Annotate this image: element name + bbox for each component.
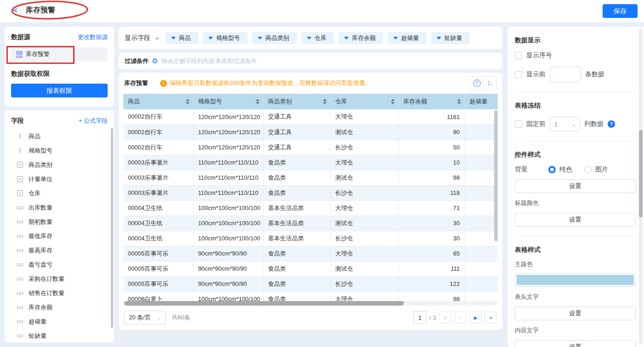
fields-list: I商品I规格型号∨商品类别∨计量单位∨仓库123出库数量123期初数量123最低… xyxy=(11,129,109,342)
cell: 大理仓 xyxy=(330,246,398,261)
sort-button[interactable]: 1↓ xyxy=(483,77,496,90)
freeze-count-select[interactable]: 1 ⌄ xyxy=(550,117,580,131)
field-item-计量单位[interactable]: ∨计量单位 xyxy=(11,172,109,186)
cell: 测试仓 xyxy=(330,216,398,231)
cell: 110cm*110cm*110/110 xyxy=(193,185,263,200)
cell: 111 xyxy=(398,261,465,276)
column-header-超储量[interactable]: 超储量 xyxy=(465,94,498,109)
field-item-规格型号[interactable]: I规格型号 xyxy=(11,143,109,158)
total-count: 共60条 xyxy=(172,313,190,322)
sort-arrows-icon[interactable] xyxy=(323,99,327,104)
image-radio[interactable] xyxy=(584,166,592,173)
cell xyxy=(465,216,498,231)
content-text-set-button[interactable]: 设置 xyxy=(515,340,636,347)
add-field-icon[interactable]: + xyxy=(155,34,159,42)
number-field-icon: 123 xyxy=(15,262,25,267)
background-set-button[interactable]: 设置 xyxy=(515,179,636,193)
field-item-采购在订数量[interactable]: 123采购在订数量 xyxy=(11,272,109,286)
chip-label: 超储量 xyxy=(401,34,419,42)
field-item-短缺量[interactable]: 123短缺量 xyxy=(11,329,109,342)
cell: 00003乐事薯片 xyxy=(123,170,193,185)
column-header-仓库[interactable]: 仓库 xyxy=(330,94,398,109)
header-text-set-button[interactable]: 设置 xyxy=(515,307,636,320)
datasource-heading: 数据源 xyxy=(11,33,30,41)
h-scrollbar[interactable] xyxy=(124,301,404,306)
datasource-name: 库存预警 xyxy=(26,50,50,58)
display-field-chip-超储量[interactable]: 超储量 xyxy=(388,32,426,44)
chevron-down-icon: ⌄ xyxy=(157,315,161,320)
solid-color-radio[interactable] xyxy=(548,166,556,173)
show-first-checkbox[interactable] xyxy=(515,71,522,78)
page-title[interactable]: 库存预警 xyxy=(26,6,55,18)
table-v-scrollbar[interactable] xyxy=(494,110,498,241)
sort-arrows-icon[interactable] xyxy=(391,99,395,104)
info-button[interactable]: ! xyxy=(471,77,483,90)
display-field-chip-仓库[interactable]: 仓库 xyxy=(301,32,334,44)
last-page-button[interactable]: » xyxy=(485,312,497,324)
cell: 长沙仓 xyxy=(330,276,398,291)
cell xyxy=(465,140,498,155)
title-color-label: 标题颜色 xyxy=(515,199,636,207)
display-field-chip-库存余额[interactable]: 库存余额 xyxy=(339,32,383,44)
column-header-商品类别[interactable]: 商品类别 xyxy=(263,94,330,109)
filter-bar[interactable]: 过滤条件 ⚙ 拖动左侧字段到此处来添加过滤条件 xyxy=(119,53,502,69)
field-item-最低库存[interactable]: 123最低库存 xyxy=(11,229,109,243)
display-field-chip-规格型号[interactable]: 规格型号 xyxy=(203,32,247,44)
number-field-icon: 123 xyxy=(15,248,25,253)
display-field-chip-商品类别[interactable]: 商品类别 xyxy=(252,32,297,44)
cell: 00004卫生纸 xyxy=(123,200,193,216)
field-item-仓库[interactable]: ∨仓库 xyxy=(11,186,109,200)
theme-color-swatch[interactable] xyxy=(515,273,636,287)
page-number-input[interactable]: 1 xyxy=(414,311,426,324)
column-header-规格型号[interactable]: 规格型号 xyxy=(193,94,263,109)
number-field-icon: 123 xyxy=(15,234,25,239)
cell: 00002自行车 xyxy=(123,109,193,125)
show-index-label: 显示序号 xyxy=(526,51,552,60)
page-size-select[interactable]: 20 条/页 ⌄ xyxy=(124,311,166,324)
freeze-checkbox[interactable] xyxy=(515,120,522,128)
preview-notice: ! 编辑界面只取数据源前200条作为查询数据预览，完整数据请访问页面查看。 xyxy=(160,79,371,87)
field-item-最高库存[interactable]: 123最高库存 xyxy=(11,243,109,257)
sort-arrows-icon[interactable] xyxy=(256,99,259,104)
display-field-chip-短缺量[interactable]: 短缺量 xyxy=(431,32,470,44)
prev-page-button[interactable]: ‹ xyxy=(454,312,466,324)
formula-field-link[interactable]: + 公式字段 xyxy=(79,117,108,125)
table-body: 00002自行车120cm*120cm*120/120交通工具大理仓116100… xyxy=(123,109,498,307)
row-count-input[interactable] xyxy=(550,67,581,82)
database-icon xyxy=(16,51,23,58)
fields-scrollbar[interactable] xyxy=(111,128,113,328)
gear-icon[interactable]: ⚙ xyxy=(152,57,158,65)
field-item-销售在订数量[interactable]: 123销售在订数量 xyxy=(11,286,109,300)
display-field-chip-商品[interactable]: 商品 xyxy=(166,32,198,44)
back-icon[interactable]: < xyxy=(13,6,17,15)
dropdown-triangle-icon xyxy=(393,37,398,40)
warning-icon: ! xyxy=(160,80,167,87)
change-datasource-link[interactable]: 更改数据源 xyxy=(78,33,108,41)
show-index-checkbox[interactable] xyxy=(515,52,522,59)
sort-arrows-icon[interactable] xyxy=(457,99,461,104)
cell: 测试仓 xyxy=(330,170,398,185)
cell: 98 xyxy=(398,170,465,185)
filter-placeholder: 拖动左侧字段到此处来添加过滤条件 xyxy=(161,57,257,65)
field-item-盈亏盘亏[interactable]: 123盈亏盘亏 xyxy=(11,257,109,272)
field-item-商品类别[interactable]: ∨商品类别 xyxy=(11,158,109,172)
field-item-库存余额[interactable]: 123库存余额 xyxy=(11,300,109,314)
next-page-button[interactable]: ▶ xyxy=(470,312,482,324)
notice-text: 编辑界面只取数据源前200条作为查询数据预览，完整数据请访问页面查看。 xyxy=(170,79,371,87)
field-item-商品[interactable]: I商品 xyxy=(11,129,109,143)
sort-arrows-icon[interactable] xyxy=(186,99,190,104)
column-header-商品[interactable]: 商品 xyxy=(123,94,193,109)
help-icon[interactable]: ? xyxy=(608,120,615,128)
field-item-期初数量[interactable]: 123期初数量 xyxy=(11,215,109,229)
column-header-库存余额[interactable]: 库存余额 xyxy=(398,94,465,109)
select-field-icon: ∨ xyxy=(15,162,25,168)
datasource-item[interactable]: 库存预警 xyxy=(11,47,108,61)
settings-scrollbar[interactable] xyxy=(639,130,643,217)
title-color-set-button[interactable]: 设置 xyxy=(515,213,636,227)
field-item-超储量[interactable]: 123超储量 xyxy=(11,314,109,329)
first-page-button[interactable]: « xyxy=(439,312,451,324)
cell: 食品类 xyxy=(263,246,330,261)
save-button[interactable]: 保存 xyxy=(603,4,638,18)
report-permission-button[interactable]: 报表权限 xyxy=(11,84,108,97)
field-item-出库数量[interactable]: 123出库数量 xyxy=(11,200,109,215)
